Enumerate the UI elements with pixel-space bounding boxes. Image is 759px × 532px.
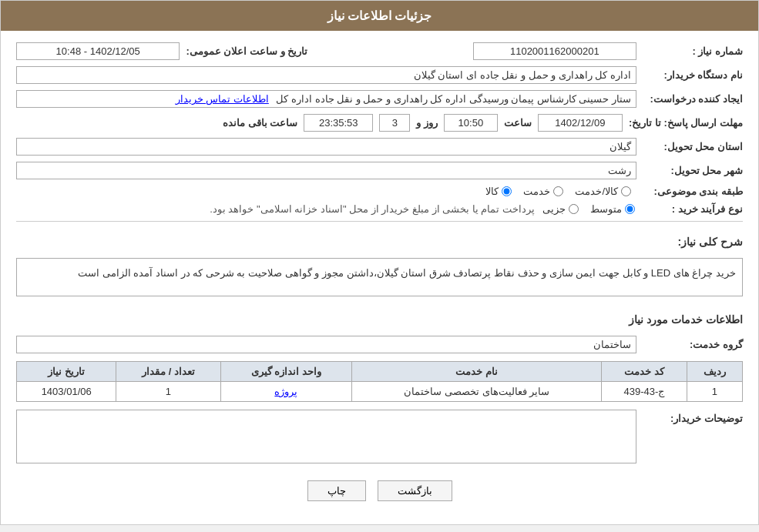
th-qty: تعداد / مقدار	[116, 362, 220, 382]
process-motavasset-label: متوسط	[590, 203, 622, 215]
row-city: شهر محل تحویل: رشت	[16, 162, 743, 179]
th-row-num: ردیف	[687, 362, 742, 382]
cell-date: 1403/01/06	[17, 382, 116, 402]
creator-link[interactable]: اطلاعات تماس خریدار	[176, 93, 269, 105]
row-need-number: شماره نیاز : 1102001162000201 تاریخ و سا…	[16, 42, 743, 60]
creator-value: ستار حسینی کارشناس پیمان ورسیدگی اداره ک…	[16, 90, 636, 108]
service-group-label: گروه خدمت:	[643, 339, 743, 350]
row-process: نوع فرآیند خرید : متوسط جزیی پرداخت تمام…	[16, 203, 743, 215]
deadline-remaining: 23:35:53	[304, 114, 373, 132]
buyer-org-label: نام دستگاه خریدار:	[643, 69, 743, 81]
content-area: شماره نیاز : 1102001162000201 تاریخ و سا…	[1, 31, 758, 524]
back-button[interactable]: بازگشت	[378, 480, 452, 501]
row-province: استان محل تحویل: گیلان	[16, 138, 743, 156]
deadline-time: 10:50	[444, 114, 498, 132]
process-motavasset-radio[interactable]	[625, 204, 635, 214]
category-kala-radio[interactable]	[502, 186, 512, 196]
category-khedmat-label: خدمت	[523, 186, 550, 197]
announcement-label: تاریخ و ساعت اعلان عمومی:	[186, 45, 307, 57]
buyer-notes-textarea[interactable]	[16, 410, 636, 463]
th-service-name: نام خدمت	[352, 362, 602, 382]
deadline-label: مهلت ارسال پاسخ: تا تاریخ:	[629, 117, 743, 129]
row-service-group: گروه خدمت: ساختمان	[16, 336, 743, 353]
button-row: بازگشت چاپ	[16, 473, 743, 513]
row-deadline: مهلت ارسال پاسخ: تا تاریخ: 1402/12/09 سا…	[16, 114, 743, 132]
cell-unit[interactable]: پروژه	[220, 382, 352, 402]
service-table-header-row: ردیف کد خدمت نام خدمت واحد اندازه گیری ت…	[17, 362, 743, 382]
process-label: نوع فرآیند خرید :	[643, 203, 743, 215]
th-unit: واحد اندازه گیری	[220, 362, 352, 382]
need-number-value: 1102001162000201	[473, 42, 636, 60]
row-category: طبقه بندی موضوعی: کالا/خدمت خدمت کالا	[16, 186, 743, 197]
cell-service-name: سایر فعالیت‌های تخصصی ساختمان	[352, 382, 602, 402]
process-jozee-radio[interactable]	[569, 204, 579, 214]
category-kala-khedmat-radio[interactable]	[621, 186, 631, 196]
cell-qty: 1	[116, 382, 220, 402]
table-row: 1 ج-43-439 سایر فعالیت‌های تخصصی ساختمان…	[17, 382, 743, 402]
deadline-remaining-label: ساعت باقی مانده	[223, 117, 297, 129]
need-number-label: شماره نیاز :	[643, 45, 743, 57]
province-label: استان محل تحویل:	[643, 141, 743, 152]
province-value: گیلان	[16, 138, 636, 156]
cell-row-num: 1	[687, 382, 742, 402]
category-radio-group: کالا/خدمت خدمت کالا	[485, 186, 631, 197]
th-date: تاریخ نیاز	[17, 362, 116, 382]
process-radio-group: متوسط جزیی	[542, 203, 635, 215]
deadline-time-label: ساعت	[504, 117, 532, 129]
page-title: جزئیات اطلاعات نیاز	[327, 9, 432, 22]
deadline-day-label: روز و	[416, 117, 438, 129]
creator-label: ایجاد کننده درخواست:	[643, 93, 743, 105]
th-service-code: کد خدمت	[602, 362, 687, 382]
row-description-header: شرح کلی نیاز:	[16, 228, 743, 252]
service-table-head: ردیف کد خدمت نام خدمت واحد اندازه گیری ت…	[17, 362, 743, 382]
description-section-label: شرح کلی نیاز:	[678, 236, 743, 248]
service-table: ردیف کد خدمت نام خدمت واحد اندازه گیری ت…	[16, 361, 743, 402]
description-text: خرید چراغ های LED و کابل جهت ایمن سازی و…	[16, 258, 743, 296]
page-header: جزئیات اطلاعات نیاز	[1, 1, 758, 31]
notes-area: توضیحات خریدار:	[16, 410, 743, 463]
separator-1	[16, 221, 743, 222]
service-table-body: 1 ج-43-439 سایر فعالیت‌های تخصصی ساختمان…	[17, 382, 743, 402]
print-button[interactable]: چاپ	[307, 480, 366, 501]
buyer-notes-label: توضیحات خریدار:	[643, 410, 743, 424]
deadline-days: 3	[379, 114, 410, 132]
deadline-date: 1402/12/09	[538, 114, 623, 132]
cell-service-code: ج-43-439	[602, 382, 687, 402]
city-value: رشت	[16, 162, 636, 179]
announcement-value: 1402/12/05 - 10:48	[16, 42, 180, 60]
page-wrapper: جزئیات اطلاعات نیاز شماره نیاز : 1102001…	[0, 0, 759, 525]
category-label: طبقه بندی موضوعی:	[643, 186, 743, 197]
buyer-org-value: اداره کل راهداری و حمل و نقل جاده ای است…	[16, 66, 636, 84]
category-khedmat[interactable]: خدمت	[523, 186, 563, 197]
category-kala-label: کالا	[485, 186, 499, 197]
process-motavasset[interactable]: متوسط	[590, 203, 635, 215]
process-jozee-label: جزیی	[542, 203, 566, 215]
service-section-label: اطلاعات خدمات مورد نیاز	[629, 313, 743, 326]
process-note: پرداخت تمام یا بخشی از مبلغ خریدار از مح…	[16, 203, 535, 215]
row-creator: ایجاد کننده درخواست: ستار حسینی کارشناس …	[16, 90, 743, 108]
category-kala-khedmat-label: کالا/خدمت	[575, 186, 618, 197]
category-kala-khedmat[interactable]: کالا/خدمت	[575, 186, 631, 197]
service-group-value: ساختمان	[16, 336, 636, 353]
row-buyer-org: نام دستگاه خریدار: اداره کل راهداری و حم…	[16, 66, 743, 84]
city-label: شهر محل تحویل:	[643, 165, 743, 176]
category-kala[interactable]: کالا	[485, 186, 512, 197]
process-jozee[interactable]: جزیی	[542, 203, 579, 215]
category-khedmat-radio[interactable]	[553, 186, 563, 196]
row-service-section: اطلاعات خدمات مورد نیاز	[16, 306, 743, 330]
